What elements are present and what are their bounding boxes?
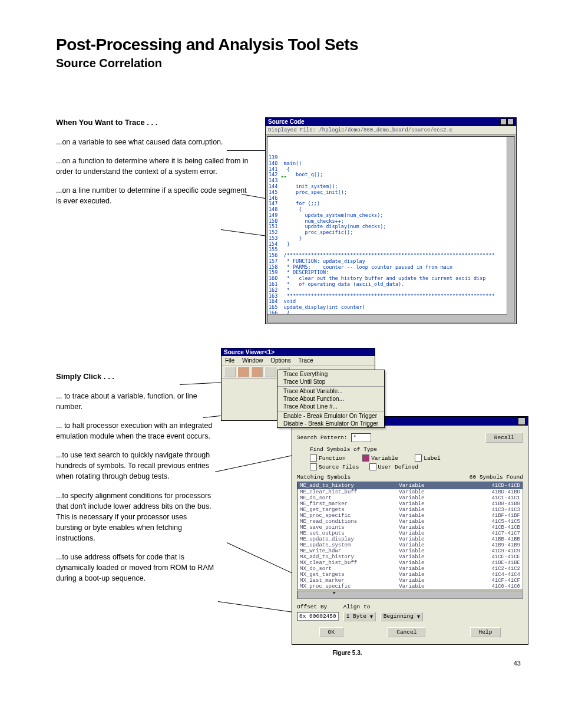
figure-2: Simply Click . . . ... to trace about a … — [221, 348, 521, 645]
maximize-icon[interactable] — [507, 118, 514, 125]
type-user-label: User Defined — [378, 463, 418, 470]
vertical-scrollbar[interactable] — [507, 137, 514, 322]
scroll-arrow-icon: ▸ — [333, 589, 336, 596]
type-label-checkbox[interactable] — [415, 454, 422, 462]
menu-trace-about-line[interactable]: Trace About Line #... — [277, 403, 384, 410]
type-function-checkbox[interactable] — [310, 454, 317, 462]
section2-heading: Simply Click . . . — [56, 371, 215, 383]
table-row[interactable]: ME_do_sortVariable41C1-41C1 — [297, 495, 523, 501]
symbol-table-header-row[interactable]: ME_add_to_history Variable 41CD-41CD — [297, 482, 523, 489]
table-row[interactable]: MX_last_markerVariable41CF-41CF — [297, 578, 523, 584]
table-row[interactable]: ME_clear_hist_buffVariable41BD-41BD — [297, 489, 523, 495]
section2-p5: ...to use address offsets for code that … — [56, 552, 215, 584]
cancel-button[interactable]: Cancel — [388, 627, 425, 637]
page-subtitle: Source Correlation — [56, 57, 521, 70]
minimize-icon[interactable] — [500, 118, 507, 125]
table-row[interactable]: MX_do_sortVariable41C2-41C2 — [297, 566, 523, 572]
table-row[interactable]: MX_clear_hist_buffVariable41BE-41BE — [297, 560, 523, 566]
matching-symbols-label: Matching Symbols — [297, 474, 351, 480]
section2-p1: ... to trace about a variable, function,… — [56, 391, 215, 412]
align-select[interactable]: 1 Byte ▾ — [343, 612, 376, 621]
header-type: Variable — [399, 483, 461, 489]
table-row[interactable]: ME_first_markerVariable41B8-41B8 — [297, 501, 523, 507]
offset-input[interactable]: 0x 00002450 — [297, 612, 339, 621]
beginning-select[interactable]: Beginning ▾ — [381, 612, 423, 621]
figure-caption: Figure 5.3. — [174, 650, 521, 656]
source-code-text: 139 140 main() 141 { 142 boot_q(); 143 1… — [267, 155, 514, 322]
symbols-found-label: 60 Symbols Found — [470, 474, 523, 480]
table-row[interactable]: ME_update_displayVariable41BB-41BB — [297, 536, 523, 542]
code-viewport[interactable]: ▸▸ 139 140 main() 141 { 142 boot_q(); 14… — [267, 136, 515, 322]
section1-heading: When You Want to Trace . . . — [56, 117, 253, 129]
menu-trace-about-variable[interactable]: Trace About Variable... — [277, 387, 384, 395]
type-user-checkbox[interactable] — [369, 463, 376, 470]
table-row[interactable]: MX_proc_specificVariable41C0-41C0 — [297, 584, 523, 589]
section2-p4: ...to specify alignment conditions for p… — [56, 490, 215, 544]
type-source-checkbox[interactable] — [310, 463, 317, 470]
symbol-selector-window: Symbol Selector - ADDR Search Pattern: *… — [292, 416, 528, 645]
section2-p3: ...to use text search to quickly navigat… — [56, 450, 215, 482]
current-line-arrow-icon: ▸▸ — [281, 174, 287, 180]
symbol-table[interactable]: ME_add_to_history Variable 41CD-41CD ME_… — [297, 482, 523, 590]
source-viewer-title[interactable]: Source Viewer<1> — [222, 348, 375, 356]
table-row[interactable]: ME_save_pointsVariable41CB-41CB — [297, 525, 523, 531]
symbol-table-hscroll[interactable]: ▸ — [297, 591, 523, 599]
menu-enable-break-emu[interactable]: Enable - Break Emulator On Trigger — [277, 412, 384, 420]
table-row[interactable]: ME_read_conditionsVariable41C5-41C5 — [297, 519, 523, 525]
menu-trace[interactable]: Trace — [298, 357, 313, 364]
header-name: ME_add_to_history — [300, 483, 399, 489]
toolbar-step-back-icon[interactable] — [237, 367, 249, 377]
section1-p2: ...on a function to determine where it i… — [56, 156, 253, 177]
menu-window[interactable]: Window — [242, 357, 263, 364]
search-pattern-input[interactable]: * — [351, 433, 371, 442]
find-symbols-label: Find Symbols of Type — [310, 446, 523, 453]
help-button[interactable]: Help — [470, 627, 501, 637]
table-row[interactable]: ME_proc_specificVariable41BF-41BF — [297, 513, 523, 519]
source-viewer-window: Source Viewer<1> File Window Options Tra… — [221, 348, 375, 421]
align-to-label: Align to — [343, 604, 376, 610]
menu-trace-everything[interactable]: Trace Everything — [277, 370, 384, 378]
displayed-file-label: Displayed File: /hplogic/demo/860_demo_b… — [266, 126, 516, 135]
search-pattern-label: Search Pattern: — [297, 434, 348, 441]
close-icon[interactable] — [518, 417, 525, 425]
table-row[interactable]: ME_write_hdwrVariable41C9-41C9 — [297, 548, 523, 554]
section1-p3: ...on a line number to determine if a sp… — [56, 185, 253, 206]
figure-1: When You Want to Trace . . . ...on a var… — [56, 117, 521, 324]
table-row[interactable]: ME_set_outputsVariable41C7-41C7 — [297, 531, 523, 536]
type-variable-checkbox[interactable] — [362, 454, 369, 462]
horizontal-scrollbar[interactable] — [267, 314, 507, 322]
type-variable-label: Variable — [371, 454, 398, 461]
window-titlebar[interactable]: Source Code — [266, 118, 516, 126]
table-row[interactable]: ME_update_systemVariable41B9-41B9 — [297, 542, 523, 548]
toolbar-open-icon[interactable] — [224, 367, 236, 377]
menu-trace-about-function[interactable]: Trace About Function... — [277, 395, 384, 403]
type-source-label: Source Files — [319, 463, 359, 470]
menubar[interactable]: File Window Options Trace — [222, 356, 375, 365]
window-title: Source Code — [268, 118, 305, 126]
menu-file[interactable]: File — [225, 357, 234, 364]
ok-button[interactable]: OK — [319, 627, 343, 637]
menu-trace-until-stop[interactable]: Trace Until Stop — [277, 378, 384, 386]
header-addr: 41CD-41CD — [461, 483, 520, 489]
table-row[interactable]: MX_add_to_historyVariable41CE-41CE — [297, 554, 523, 560]
menu-disable-break-emu[interactable]: Disable - Break Emulator On Trigger — [277, 420, 384, 427]
table-row[interactable]: MX_get_targetsVariable41C4-41C4 — [297, 572, 523, 578]
page-number: 43 — [56, 660, 521, 667]
toolbar-step-fwd-icon[interactable] — [251, 367, 263, 377]
trace-dropdown: Trace Everything Trace Until Stop Trace … — [277, 370, 385, 428]
recall-button[interactable]: Recall — [485, 433, 523, 443]
table-row[interactable]: ME_get_targetsVariable41C3-41C3 — [297, 507, 523, 513]
toolbar-stop-icon[interactable] — [265, 367, 276, 377]
type-label-label: Label — [424, 454, 441, 461]
section1-p1: ...on a variable to see what caused data… — [56, 137, 253, 147]
page-title: Post-Processing and Analysis Tool Sets — [56, 35, 521, 54]
offset-by-label: Offset By — [297, 604, 339, 610]
section2-p2: ... to halt processor execution with an … — [56, 420, 215, 442]
menu-options[interactable]: Options — [270, 357, 290, 364]
source-code-window: Source Code Displayed File: /hplogic/dem… — [265, 117, 517, 324]
type-function-label: Function — [319, 454, 346, 461]
